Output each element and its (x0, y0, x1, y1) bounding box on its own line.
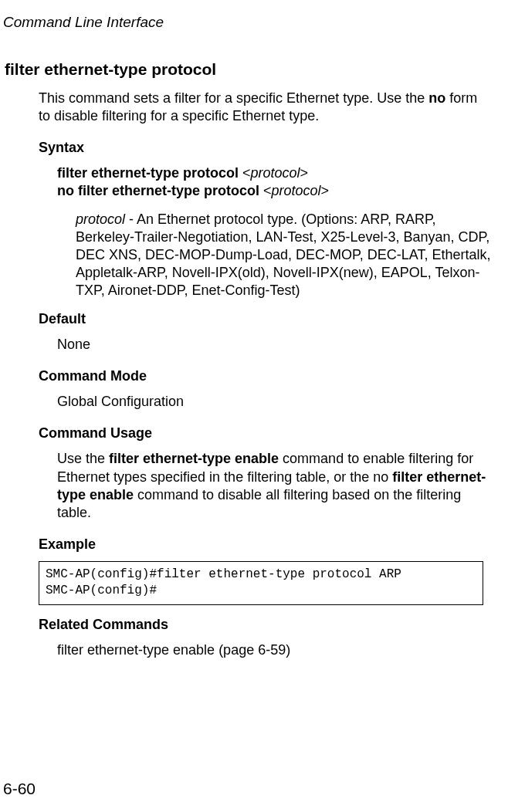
syntax-line-2-param: protocol (272, 183, 321, 198)
example-heading: Example (39, 536, 491, 553)
usage-b1: filter ethernet-type enable (109, 451, 279, 466)
intro-text-1: This command sets a filter for a specifi… (39, 90, 428, 106)
command-mode-heading: Command Mode (39, 367, 491, 385)
page-number: 6-60 (3, 780, 36, 798)
page-container: Command Line Interface filter ethernet-t… (0, 0, 508, 812)
syntax-heading: Syntax (39, 139, 491, 157)
default-heading: Default (39, 310, 491, 328)
command-title: filter ethernet-type protocol (5, 60, 499, 79)
protocol-param-name: protocol (76, 211, 125, 227)
example-line-1: SMC-AP(config)#filter ethernet-type prot… (46, 567, 476, 584)
syntax-line-1-param: protocol (251, 165, 300, 181)
protocol-param-desc: - An Ethernet protocol type. (Options: A… (76, 211, 490, 298)
usage-t1: Use the (57, 451, 109, 466)
intro-bold-no: no (428, 90, 445, 106)
related-heading: Related Commands (39, 616, 491, 634)
command-usage-text: Use the filter ethernet-type enable comm… (57, 450, 491, 521)
protocol-description: protocol - An Ethernet protocol type. (O… (76, 211, 491, 299)
syntax-line-2-gt: > (321, 183, 330, 198)
example-line-2: SMC-AP(config)# (46, 583, 476, 600)
command-usage-heading: Command Usage (39, 425, 491, 442)
syntax-line-1-cmd: filter ethernet-type protocol (57, 165, 242, 181)
intro-paragraph: This command sets a filter for a specifi… (39, 90, 491, 125)
syntax-line-1-gt: > (300, 165, 309, 181)
related-text: filter ethernet-type enable (page 6-59) (57, 641, 491, 659)
example-code-box: SMC-AP(config)#filter ethernet-type prot… (39, 561, 483, 605)
syntax-block: filter ethernet-type protocol <protocol>… (57, 164, 491, 200)
syntax-line-2: no filter ethernet-type protocol <protoc… (57, 182, 491, 200)
body-area: This command sets a filter for a specifi… (39, 90, 491, 659)
chapter-header: Command Line Interface (3, 14, 499, 60)
syntax-line-2-lt: < (263, 183, 272, 198)
syntax-line-2-cmd: no filter ethernet-type protocol (57, 183, 263, 198)
syntax-line-1-lt: < (242, 165, 251, 181)
command-mode-value: Global Configuration (57, 393, 491, 411)
syntax-line-1: filter ethernet-type protocol <protocol> (57, 164, 491, 182)
default-value: None (57, 336, 491, 354)
